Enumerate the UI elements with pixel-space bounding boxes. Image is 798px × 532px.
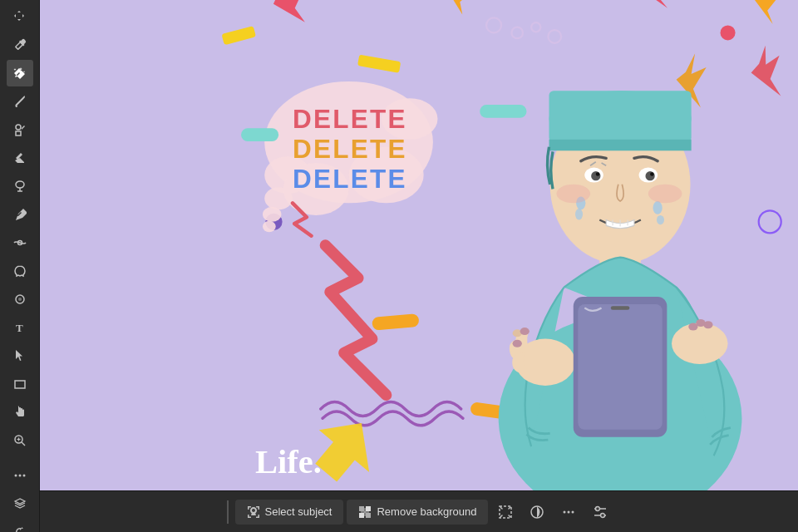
svg-point-37 — [721, 25, 736, 40]
svg-text:Life.: Life. — [255, 443, 322, 480]
svg-line-10 — [22, 442, 25, 446]
svg-rect-51 — [241, 128, 278, 141]
svg-point-44 — [263, 221, 276, 233]
invert-button[interactable] — [523, 498, 551, 526]
rotate-tool[interactable] — [7, 519, 33, 532]
svg-point-112 — [601, 513, 605, 517]
hand-tool[interactable] — [7, 399, 33, 426]
svg-point-76 — [575, 209, 583, 220]
illustration: DELETE DELETE DELETE — [40, 0, 798, 490]
lasso-tool[interactable] — [7, 258, 33, 284]
settings-icon — [593, 505, 608, 520]
svg-rect-103 — [366, 513, 371, 518]
selection-tool[interactable] — [7, 342, 33, 369]
svg-point-89 — [520, 328, 530, 335]
svg-point-1 — [16, 181, 24, 188]
toolbar-divider — [227, 500, 229, 524]
move-tool[interactable] — [7, 3, 33, 30]
remove-background-button[interactable]: Remove background — [347, 500, 488, 525]
svg-rect-100 — [359, 506, 364, 511]
settings-button[interactable] — [586, 498, 614, 526]
svg-rect-8 — [15, 381, 25, 388]
svg-point-108 — [572, 510, 574, 513]
svg-rect-62 — [549, 140, 692, 151]
expand-icon — [498, 505, 513, 520]
svg-point-110 — [596, 506, 600, 510]
more-options-button[interactable] — [554, 498, 583, 526]
remove-background-icon — [358, 505, 372, 519]
svg-rect-102 — [359, 513, 364, 518]
brush-tool[interactable] — [7, 88, 33, 115]
svg-rect-98 — [248, 515, 249, 518]
svg-point-68 — [650, 172, 654, 176]
select-subject-button[interactable]: Select subject — [235, 500, 344, 525]
svg-point-79 — [648, 185, 682, 204]
gradient-tool[interactable] — [7, 229, 33, 256]
svg-rect-84 — [578, 304, 662, 430]
svg-point-14 — [18, 475, 21, 477]
blur-tool[interactable] — [7, 286, 33, 313]
svg-rect-97 — [258, 506, 259, 510]
svg-rect-96 — [248, 506, 249, 510]
svg-rect-85 — [611, 306, 630, 310]
svg-text:T: T — [16, 322, 23, 334]
svg-point-15 — [22, 475, 25, 477]
svg-point-82 — [672, 323, 728, 364]
expand-selection-button[interactable] — [491, 498, 520, 526]
rectangle-tool[interactable] — [7, 371, 33, 397]
svg-rect-99 — [258, 515, 259, 518]
remove-background-label: Remove background — [377, 505, 476, 518]
svg-point-43 — [263, 207, 282, 222]
layers-tool[interactable] — [7, 490, 33, 517]
pen-tool[interactable] — [7, 201, 33, 228]
svg-point-65 — [591, 171, 600, 180]
svg-point-67 — [596, 172, 600, 176]
select-subject-label: Select subject — [265, 505, 332, 518]
dodge-tool[interactable] — [7, 173, 33, 200]
left-toolbar: T + — [0, 0, 40, 532]
svg-text:DELETE: DELETE — [293, 104, 407, 134]
text-tool[interactable]: T — [7, 314, 33, 341]
svg-point-77 — [657, 215, 664, 224]
stamp-tool[interactable] — [7, 116, 33, 143]
eraser-tool[interactable] — [7, 145, 33, 171]
svg-point-66 — [645, 171, 654, 180]
svg-point-0 — [16, 125, 21, 130]
main-canvas-area: DELETE DELETE DELETE — [40, 0, 798, 532]
svg-text:DELETE: DELETE — [293, 164, 407, 194]
more-options-icon — [561, 505, 576, 520]
magic-wand-tool[interactable] — [7, 60, 33, 86]
zoom-tool[interactable] — [7, 427, 33, 454]
select-subject-icon — [247, 505, 260, 519]
canvas[interactable]: DELETE DELETE DELETE — [40, 0, 798, 490]
svg-point-90 — [513, 340, 522, 347]
svg-point-13 — [14, 475, 17, 477]
eyedropper-tool[interactable] — [7, 32, 33, 58]
bottom-toolbar: Select subject Remove background — [40, 490, 798, 532]
svg-rect-52 — [480, 105, 526, 118]
svg-point-107 — [568, 510, 570, 513]
more-tools[interactable] — [7, 462, 33, 489]
svg-text:DELETE: DELETE — [293, 134, 407, 164]
svg-point-106 — [564, 510, 566, 513]
svg-point-88 — [703, 321, 712, 328]
invert-icon — [530, 505, 544, 520]
svg-rect-61 — [549, 91, 692, 142]
svg-point-75 — [653, 201, 662, 214]
svg-point-78 — [557, 185, 591, 204]
svg-point-6 — [18, 298, 22, 301]
svg-rect-101 — [366, 506, 371, 511]
